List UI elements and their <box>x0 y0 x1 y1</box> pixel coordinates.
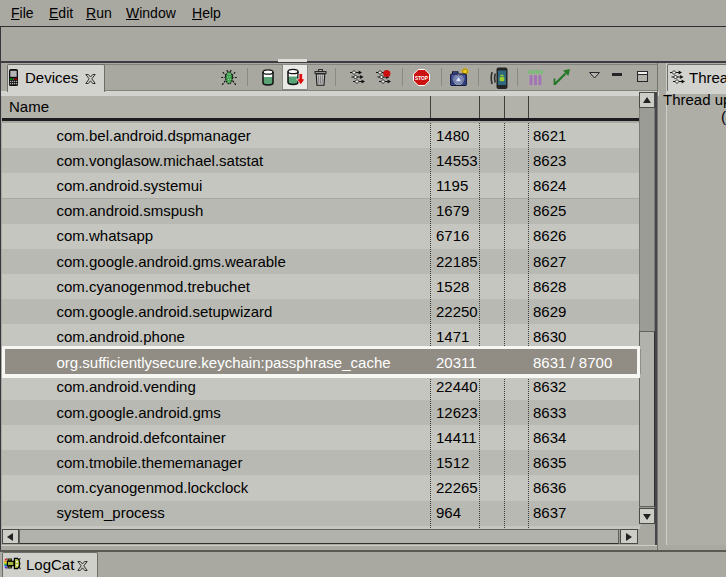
svg-text:STOP: STOP <box>415 75 428 81</box>
